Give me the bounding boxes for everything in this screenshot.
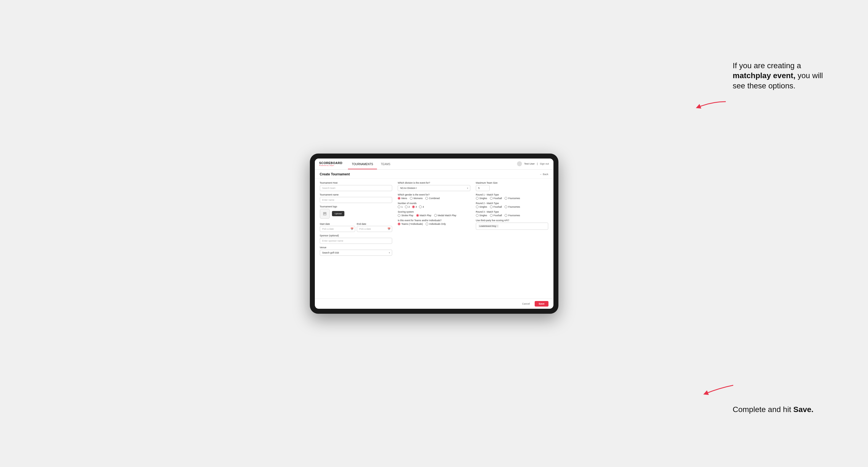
start-date-wrapper: 📅 (320, 226, 355, 232)
round1-fourball-option[interactable]: Fourball (490, 197, 502, 200)
scoring-medal-radio[interactable] (434, 214, 437, 217)
scoring-match-label: Match Play (420, 214, 431, 217)
rounds-radio-group: 1 2 3 4 (398, 206, 470, 208)
scoring-medal-option[interactable]: Medal Match Play (434, 214, 457, 217)
sponsor-input[interactable] (320, 238, 393, 244)
round3-foursomes-radio[interactable] (504, 214, 507, 217)
rounds-group: Number of rounds 1 2 3 (398, 202, 470, 208)
round3-singles-option[interactable]: Singles (476, 214, 487, 217)
upload-button[interactable]: Upload (332, 211, 344, 216)
save-button[interactable]: Save (535, 301, 548, 307)
start-date-input[interactable] (320, 226, 355, 232)
round1-foursomes-option[interactable]: Foursomes (504, 197, 520, 200)
nav-right: Test User | Sign out (517, 161, 549, 166)
round1-fourball-radio[interactable] (490, 197, 493, 200)
tournament-host-label: Tournament Host (320, 181, 393, 184)
scoring-group: Scoring system Stroke Play Match Play (398, 211, 470, 217)
gender-womens-radio[interactable] (410, 197, 412, 200)
user-separator: | (537, 162, 537, 165)
annotation-bottom: Complete and hit Save. (733, 405, 827, 414)
round1-foursomes-radio[interactable] (504, 197, 507, 200)
gender-mens-radio[interactable] (398, 197, 400, 200)
max-team-size-label: Maximum Team Size (476, 181, 549, 184)
form-column-3: Maximum Team Size Round 1 - Match Type S… (476, 181, 549, 296)
teams-individuals-radio[interactable] (426, 223, 428, 225)
round3-foursomes-option[interactable]: Foursomes (504, 214, 520, 217)
tournament-name-input[interactable] (320, 197, 393, 203)
scoring-match-radio[interactable] (416, 214, 419, 217)
rounds-1-radio[interactable] (398, 206, 400, 208)
round2-foursomes-option[interactable]: Foursomes (504, 206, 520, 208)
start-date-label: Start date (320, 223, 330, 225)
venue-select[interactable]: Search golf club (320, 250, 393, 256)
annotation-top-bold: matchplay event, (733, 71, 795, 80)
nav-tabs: TOURNAMENTS TEAMS (348, 158, 394, 169)
max-team-size-input[interactable] (476, 185, 490, 191)
max-team-size-group: Maximum Team Size (476, 181, 549, 191)
api-tag-text: Leaderboard King (479, 225, 496, 227)
tab-teams[interactable]: TEAMS (377, 159, 394, 169)
back-button[interactable]: ← Back (539, 173, 549, 176)
tournament-logo-group: Tournament logo Upload (320, 205, 393, 219)
form-column-1: Tournament Host Tournament name Tourname… (320, 181, 393, 296)
round1-label: Round 1 - Match Type (476, 193, 549, 196)
gender-combined-option[interactable]: Combined (425, 197, 440, 200)
teams-teams-option[interactable]: Teams (+Individuals) (398, 223, 423, 225)
rounds-3-option[interactable]: 3 (412, 206, 417, 208)
form-footer: Cancel Save (315, 299, 553, 309)
sign-out-link[interactable]: Sign out (539, 162, 549, 165)
scoring-stroke-option[interactable]: Stroke Play (398, 214, 413, 217)
teams-teams-radio[interactable] (398, 223, 400, 225)
api-tag-input[interactable]: Leaderboard King × (476, 223, 549, 230)
rounds-2-radio[interactable] (405, 206, 408, 208)
round2-fourball-label: Fourball (494, 206, 502, 208)
division-select[interactable]: NCAA Division I (398, 185, 470, 191)
round2-fourball-option[interactable]: Fourball (490, 206, 502, 208)
tab-tournaments[interactable]: TOURNAMENTS (348, 159, 377, 169)
round2-fourball-radio[interactable] (490, 206, 493, 208)
sponsor-label: Sponsor (optional) (320, 234, 393, 237)
end-date-label: End date (357, 223, 366, 225)
rounds-3-radio[interactable] (412, 206, 415, 208)
teams-individuals-option[interactable]: Individuals Only (426, 223, 446, 225)
tournament-name-label: Tournament name (320, 193, 393, 196)
rounds-4-radio[interactable] (419, 206, 422, 208)
round2-match-type: Round 2 - Match Type Singles Fourball (476, 202, 549, 208)
round3-fourball-option[interactable]: Fourball (490, 214, 502, 217)
round3-singles-radio[interactable] (476, 214, 478, 217)
venue-select-wrapper: Search golf club (320, 250, 393, 256)
tournament-host-input[interactable] (320, 185, 393, 191)
tournament-host-group: Tournament Host (320, 181, 393, 191)
round3-fourball-radio[interactable] (490, 214, 493, 217)
rounds-4-option[interactable]: 4 (419, 206, 424, 208)
gender-womens-option[interactable]: Womens (410, 197, 423, 200)
scoring-stroke-radio[interactable] (398, 214, 400, 217)
end-date-input[interactable] (357, 226, 392, 232)
gender-group: Which gender is the event for? Mens Wome… (398, 193, 470, 200)
cancel-button[interactable]: Cancel (519, 301, 532, 307)
gender-radio-group: Mens Womens Combined (398, 197, 470, 200)
scoring-medal-label: Medal Match Play (438, 214, 457, 217)
scoring-match-option[interactable]: Match Play (416, 214, 431, 217)
round2-singles-radio[interactable] (476, 206, 478, 208)
round1-fourball-label: Fourball (494, 197, 502, 200)
round1-singles-option[interactable]: Singles (476, 197, 487, 200)
match-type-section: Round 1 - Match Type Singles Fourball (476, 193, 549, 217)
round3-singles-label: Singles (479, 214, 487, 217)
gender-mens-option[interactable]: Mens (398, 197, 407, 200)
gender-combined-radio[interactable] (425, 197, 428, 200)
api-tag-close[interactable]: × (496, 225, 498, 227)
api-tag: Leaderboard King × (478, 224, 499, 227)
end-date-group: End date 📅 (357, 221, 392, 232)
round1-singles-radio[interactable] (476, 197, 478, 200)
round2-singles-option[interactable]: Singles (476, 206, 487, 208)
division-label: Which division is the event for? (398, 181, 470, 184)
round2-foursomes-radio[interactable] (504, 206, 507, 208)
rounds-2-label: 2 (408, 206, 410, 208)
round1-match-type: Round 1 - Match Type Singles Fourball (476, 193, 549, 200)
teams-group: Is this event for Teams and/or Individua… (398, 219, 470, 225)
date-row: Start date 📅 End date 📅 (320, 221, 393, 232)
rounds-2-option[interactable]: 2 (405, 206, 410, 208)
rounds-1-label: 1 (401, 206, 403, 208)
rounds-1-option[interactable]: 1 (398, 206, 403, 208)
